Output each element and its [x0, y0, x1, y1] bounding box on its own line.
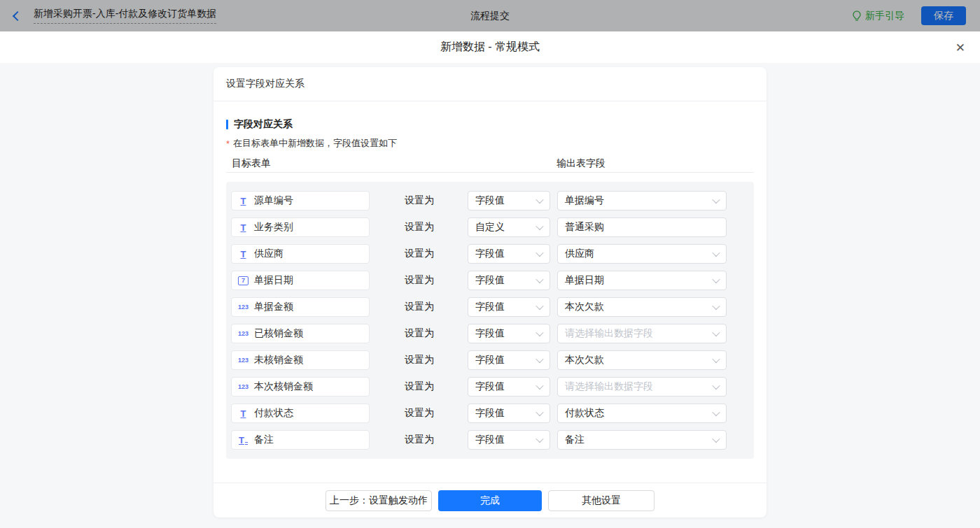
value-mode-select[interactable]: 字段值 — [468, 271, 550, 290]
value-mode-value: 字段值 — [475, 327, 505, 340]
target-field-label: 源单编号 — [254, 194, 293, 207]
output-field-value: 供应商 — [565, 248, 594, 260]
number-field-icon — [238, 302, 248, 313]
prev-step-button[interactable]: 上一步：设置触发动作 — [326, 490, 432, 511]
modal-title: 新增数据 - 常规模式 — [440, 40, 540, 55]
other-settings-button[interactable]: 其他设置 — [548, 490, 654, 511]
value-mode-value: 字段值 — [475, 274, 505, 287]
save-button[interactable]: 保存 — [921, 6, 966, 25]
value-mode-select[interactable]: 字段值 — [468, 324, 550, 343]
output-field-select[interactable]: 请选择输出数据字段 — [557, 377, 727, 397]
chevron-down-icon — [536, 196, 543, 204]
output-field-value: 本次欠款 — [565, 301, 604, 313]
chevron-down-icon — [536, 302, 543, 310]
chevron-down-icon — [712, 355, 720, 363]
mapping-row: 供应商 设置为 字段值 供应商 — [231, 244, 754, 264]
output-field-select[interactable]: 单据日期 — [557, 271, 727, 290]
guide-button[interactable]: 新手引导 — [852, 10, 904, 22]
chevron-down-icon — [536, 382, 543, 390]
target-field-box: 单据金额 — [231, 297, 370, 317]
set-as-label: 设置为 — [405, 301, 434, 313]
value-mode-select[interactable]: 字段值 — [468, 377, 550, 397]
mapping-row: 备注 设置为 字段值 备注 — [231, 430, 754, 450]
value-mode-select[interactable]: 字段值 — [468, 297, 550, 317]
target-field-label: 单据金额 — [254, 301, 293, 313]
column-headers: 目标表单 输出表字段 — [226, 157, 754, 173]
output-field-select[interactable]: 本次欠款 — [557, 297, 727, 317]
value-mode-value: 字段值 — [475, 380, 505, 393]
chevron-down-icon — [536, 355, 543, 363]
text-field-icon — [238, 249, 248, 259]
chevron-down-icon — [712, 408, 720, 416]
target-field-label: 已核销金额 — [254, 327, 303, 340]
text-field-icon — [238, 196, 248, 206]
back-button[interactable] — [14, 13, 21, 20]
value-mode-select[interactable]: 字段值 — [468, 350, 550, 370]
text-field-icon — [238, 222, 248, 233]
output-field-value: 备注 — [565, 434, 584, 446]
set-as-label: 设置为 — [405, 274, 434, 287]
mapping-row: 源单编号 设置为 字段值 单据编号 — [231, 191, 754, 211]
output-field-select[interactable]: 单据编号 — [557, 191, 727, 211]
target-field-box: 业务类别 — [231, 217, 370, 237]
set-as-label: 设置为 — [405, 434, 434, 446]
chevron-down-icon — [536, 249, 543, 257]
output-field-value: 单据编号 — [565, 194, 604, 207]
output-field-select[interactable]: 备注 — [557, 430, 727, 450]
section-bar-icon — [226, 120, 228, 129]
output-field-select[interactable]: 供应商 — [557, 244, 727, 264]
text-field-icon — [238, 408, 248, 419]
output-field-select[interactable]: 请选择输出数据字段 — [557, 324, 727, 343]
required-asterisk: * — [226, 138, 230, 149]
target-field-label: 本次核销金额 — [254, 380, 313, 393]
close-icon[interactable] — [955, 41, 965, 53]
card-content: 字段对应关系 * 在目标表单中新增数据，字段值设置如下 目标表单 输出表字段 源… — [214, 101, 766, 483]
target-field-box: 供应商 — [231, 244, 370, 264]
target-field-label: 单据日期 — [254, 274, 293, 287]
value-mode-select[interactable]: 字段值 — [468, 191, 550, 211]
section-title: 字段对应关系 — [226, 118, 754, 131]
mapping-rows: 源单编号 设置为 字段值 单据编号 业务类别 设置为 自定义 普通采购 供应商 — [226, 182, 754, 459]
column-header-output-fields: 输出表字段 — [556, 157, 606, 169]
tab-process-submit[interactable]: 流程提交 — [470, 10, 510, 22]
chevron-down-icon — [712, 302, 720, 310]
modal-header: 新增数据 - 常规模式 — [0, 31, 980, 63]
chevron-down-icon — [536, 276, 543, 283]
set-as-label: 设置为 — [405, 327, 434, 340]
target-field-box: 付款状态 — [231, 404, 370, 423]
output-field-value: 普通采购 — [565, 221, 604, 234]
custom-value-input[interactable]: 普通采购 — [557, 217, 727, 237]
output-field-select[interactable]: 本次欠款 — [557, 350, 727, 370]
number-field-icon — [238, 382, 248, 392]
set-as-label: 设置为 — [405, 354, 434, 366]
top-toolbar: 新增采购开票-入库-付款及修改订货单数据 流程提交 新手引导 保存 — [0, 0, 980, 31]
number-field-icon — [238, 329, 248, 339]
value-mode-select[interactable]: 字段值 — [468, 404, 550, 423]
chevron-down-icon — [712, 382, 720, 390]
card-footer: 上一步：设置触发动作 完成 其他设置 — [214, 483, 766, 518]
target-field-box: 备注 — [231, 430, 370, 450]
value-mode-select[interactable]: 自定义 — [468, 217, 550, 237]
mapping-row: 本次核销金额 设置为 字段值 请选择输出数据字段 — [231, 377, 754, 397]
target-field-label: 业务类别 — [254, 221, 293, 234]
mapping-row: 未核销金额 设置为 字段值 本次欠款 — [231, 350, 754, 370]
chevron-down-icon — [536, 329, 543, 336]
set-as-label: 设置为 — [405, 407, 434, 420]
output-field-value: 付款状态 — [565, 407, 604, 420]
set-as-label: 设置为 — [405, 221, 434, 234]
value-mode-value: 字段值 — [475, 354, 505, 366]
done-button[interactable]: 完成 — [438, 490, 542, 511]
output-field-value: 单据日期 — [565, 274, 604, 287]
output-field-select[interactable]: 付款状态 — [557, 404, 727, 423]
chevron-down-icon — [712, 276, 720, 283]
mapping-row: 已核销金额 设置为 字段值 请选择输出数据字段 — [231, 324, 754, 343]
chevron-down-icon — [712, 435, 720, 443]
target-field-label: 供应商 — [254, 248, 284, 260]
mapping-row: 付款状态 设置为 字段值 付款状态 — [231, 404, 754, 423]
output-field-value: 本次欠款 — [565, 354, 604, 366]
value-mode-select[interactable]: 字段值 — [468, 430, 550, 450]
field-mapping-card: 设置字段对应关系 字段对应关系 * 在目标表单中新增数据，字段值设置如下 目标表… — [214, 67, 766, 518]
column-header-target-form: 目标表单 — [232, 157, 271, 169]
textarea-field-icon — [238, 435, 248, 445]
value-mode-select[interactable]: 字段值 — [468, 244, 550, 264]
